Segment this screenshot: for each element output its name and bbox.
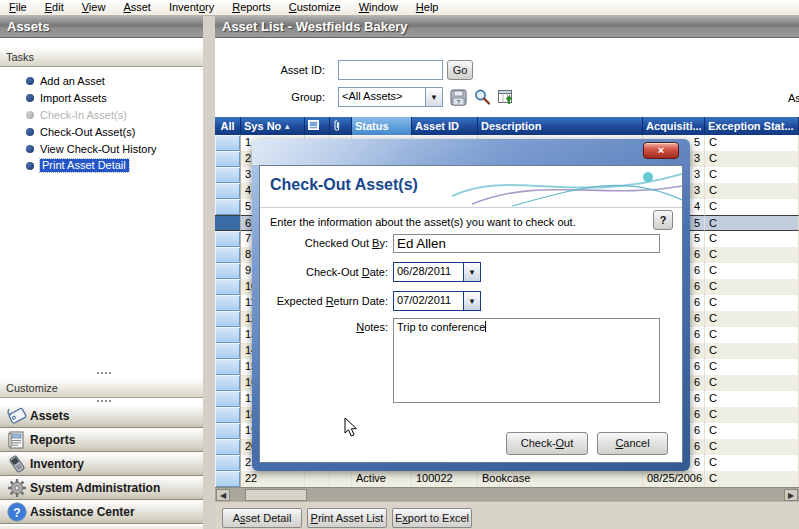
- scrollbar-thumb[interactable]: [245, 489, 307, 501]
- sidebar-item-reports[interactable]: Reports: [0, 428, 203, 452]
- menu-view[interactable]: View: [73, 0, 115, 15]
- cell-exception: C: [705, 231, 799, 247]
- menu-file[interactable]: File: [0, 0, 36, 15]
- column-header-status[interactable]: Status: [352, 117, 412, 135]
- notes-textarea[interactable]: Trip to conference: [393, 318, 660, 403]
- task-item-add-an-asset[interactable]: Add an Asset: [0, 72, 203, 89]
- cell-sys_no: 22: [241, 471, 305, 487]
- column-header-asset_id[interactable]: Asset ID: [412, 117, 478, 135]
- menu-reports[interactable]: Reports: [223, 0, 280, 15]
- menu-customize[interactable]: Customize: [280, 0, 350, 15]
- cell-all[interactable]: [215, 183, 241, 199]
- refresh-view-icon[interactable]: [496, 87, 516, 107]
- cell-exception: C: [705, 407, 799, 423]
- menu-inventory[interactable]: Inventory: [160, 0, 223, 15]
- dialog-instruction: Enter the information about the asset(s)…: [270, 216, 576, 228]
- cell-all[interactable]: [215, 151, 241, 167]
- task-item-check-out-asset-s[interactable]: Check-Out Asset(s): [0, 123, 203, 140]
- cell-all[interactable]: [215, 279, 241, 295]
- cell-all[interactable]: [215, 439, 241, 455]
- cell-all[interactable]: [215, 343, 241, 359]
- nav-label: Assets: [30, 409, 69, 423]
- print-asset-list-button[interactable]: Print Asset List: [307, 508, 387, 528]
- cell-all[interactable]: [215, 407, 241, 423]
- cancel-button[interactable]: Cancel: [597, 432, 668, 455]
- chevron-down-icon[interactable]: ▼: [425, 88, 442, 106]
- cell-exception: C: [705, 263, 799, 279]
- sidebar-title: Assets: [0, 16, 203, 38]
- check-out-date-picker[interactable]: 06/28/2011 ▼: [393, 262, 481, 282]
- clipped-right-label: As: [788, 92, 799, 104]
- bullet-icon: [26, 145, 34, 153]
- cell-exception: C: [705, 279, 799, 295]
- cell-all[interactable]: [215, 455, 241, 471]
- group-select[interactable]: <All Assets> ▼: [338, 87, 443, 107]
- notes-label: Notes:: [260, 321, 388, 333]
- cell-all[interactable]: [215, 231, 241, 247]
- asset-id-input[interactable]: [338, 60, 443, 80]
- sidebar-item-assistance-center[interactable]: ?Assistance Center: [0, 500, 203, 524]
- cell-all[interactable]: [215, 327, 241, 343]
- menu-edit[interactable]: Edit: [36, 0, 73, 15]
- customize-section-header[interactable]: Customize: [0, 378, 203, 398]
- export-to-excel-button[interactable]: Export to Excel: [392, 508, 472, 528]
- go-button[interactable]: Go: [447, 60, 473, 80]
- task-item-print-asset-detail[interactable]: Print Asset Detail: [0, 157, 203, 174]
- scroll-left-arrow-icon[interactable]: ◀: [216, 489, 230, 501]
- table-row-22[interactable]: 22Active100022Bookcase08/25/2006C: [215, 471, 799, 487]
- sidebar-nav: AssetsReportsInventorySystem Administrat…: [0, 404, 203, 524]
- menu-help[interactable]: Help: [407, 0, 448, 15]
- dialog-titlebar[interactable]: [252, 139, 690, 165]
- cell-all[interactable]: [215, 423, 241, 439]
- cell-all[interactable]: [215, 471, 241, 487]
- task-item-import-assets[interactable]: Import Assets: [0, 89, 203, 106]
- cell-all[interactable]: [215, 359, 241, 375]
- cell-all[interactable]: [215, 375, 241, 391]
- cell-all[interactable]: [215, 311, 241, 327]
- menu-window[interactable]: Window: [350, 0, 407, 15]
- floppy-icon[interactable]: ?: [448, 87, 468, 107]
- expected-return-date-value: 07/02/2011: [394, 292, 463, 310]
- column-header-all[interactable]: All: [215, 117, 241, 135]
- column-header-exception[interactable]: Exception Stat...: [705, 117, 799, 135]
- cell-exception: C: [705, 151, 799, 167]
- sidebar-item-inventory[interactable]: Inventory: [0, 452, 203, 476]
- cell-all[interactable]: [215, 247, 241, 263]
- task-label: Import Assets: [40, 92, 107, 104]
- splitter-grip[interactable]: [96, 399, 112, 403]
- scroll-right-arrow-icon[interactable]: ▶: [784, 489, 798, 501]
- help-button[interactable]: ?: [653, 210, 673, 230]
- group-label: Group:: [215, 91, 325, 103]
- column-header-sys_no[interactable]: Sys No▴: [241, 117, 305, 135]
- task-item-view-check-out-history[interactable]: View Check-Out History: [0, 140, 203, 157]
- check-out-date-label: Check-Out Date:: [260, 266, 388, 278]
- chevron-down-icon[interactable]: ▼: [463, 292, 480, 310]
- cell-all[interactable]: [215, 263, 241, 279]
- expected-return-date-label: Expected Return Date:: [260, 295, 388, 307]
- cell-all[interactable]: [215, 295, 241, 311]
- horizontal-scrollbar[interactable]: ◀ ▶: [215, 487, 799, 501]
- magnifier-icon[interactable]: [472, 87, 492, 107]
- column-header-attachment[interactable]: [330, 117, 352, 135]
- column-header-description[interactable]: Description: [478, 117, 643, 135]
- checked-out-by-input[interactable]: [393, 234, 660, 253]
- chevron-down-icon[interactable]: ▼: [463, 263, 480, 281]
- cell-all[interactable]: [215, 391, 241, 407]
- column-header-acquisition[interactable]: Acquisiti...: [643, 117, 705, 135]
- scanner-icon: [4, 454, 30, 474]
- sidebar-item-assets[interactable]: Assets: [0, 404, 203, 428]
- cell-all[interactable]: [215, 167, 241, 183]
- task-label: Check-In Asset(s): [40, 109, 127, 121]
- close-icon[interactable]: ×: [643, 142, 679, 159]
- column-header-image[interactable]: [305, 117, 330, 135]
- splitter-grip[interactable]: [96, 371, 112, 375]
- cell-all[interactable]: [215, 215, 241, 231]
- menu-asset[interactable]: Asset: [114, 0, 160, 15]
- asset-detail-button[interactable]: Asset Detail: [222, 508, 302, 528]
- cell-all[interactable]: [215, 199, 241, 215]
- bullet-icon: [26, 111, 34, 119]
- check-out-button[interactable]: Check-Out: [506, 432, 588, 455]
- cell-all[interactable]: [215, 135, 241, 151]
- sidebar-item-system-administration[interactable]: System Administration: [0, 476, 203, 500]
- expected-return-date-picker[interactable]: 07/02/2011 ▼: [393, 291, 481, 311]
